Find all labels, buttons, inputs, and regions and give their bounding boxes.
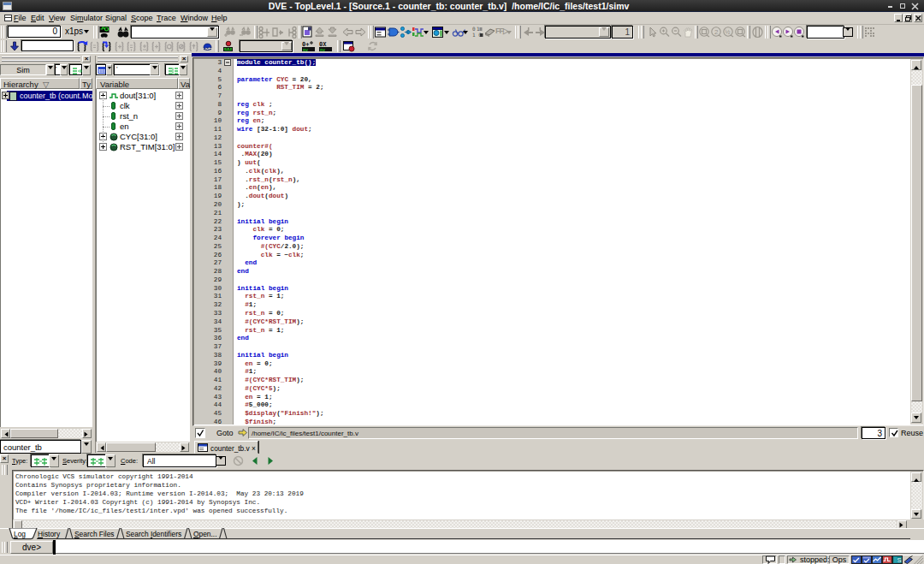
svg-text:S: S <box>897 556 902 564</box>
svg-text:nv: nv <box>303 47 308 52</box>
svg-text:1: 1 <box>477 26 480 32</box>
svg-text:2: 2 <box>714 28 719 36</box>
svg-text:½: ½ <box>726 29 731 35</box>
svg-text:nv: nv <box>320 47 325 52</box>
svg-text:0: 0 <box>472 26 476 32</box>
